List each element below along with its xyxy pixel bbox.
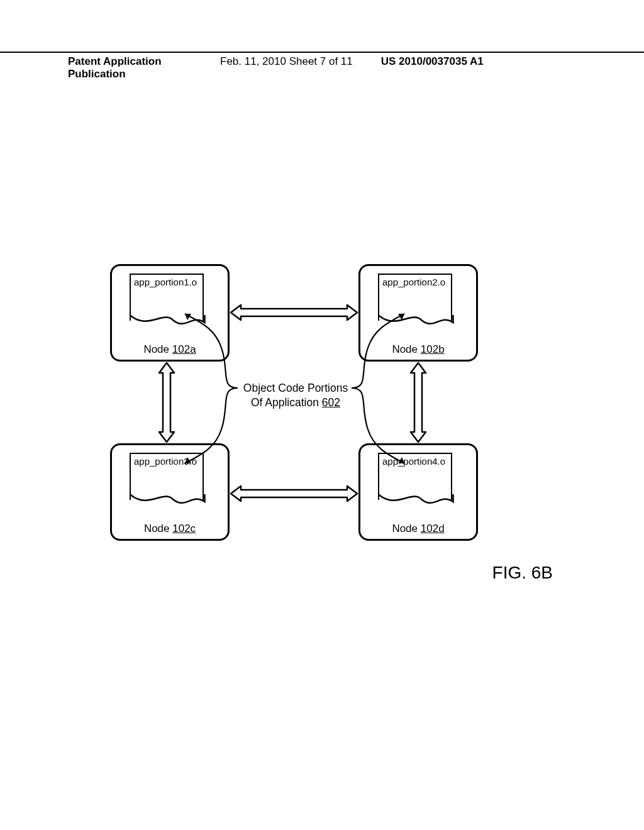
brace-connector-icon: [344, 311, 407, 465]
document-torn-edge-icon: [129, 494, 206, 510]
figure-caption: FIG. 6B: [492, 563, 553, 583]
bidirectional-arrow-icon: [230, 303, 358, 322]
page-header: Patent Application Publication Feb. 11, …: [0, 52, 644, 80]
header-publication-number: US 2010/0037035 A1: [353, 55, 484, 80]
file-name: app_portion1.o: [134, 277, 197, 287]
center-annotation: Object Code Portions Of Application 602: [233, 381, 358, 410]
brace-connector-icon: [182, 311, 245, 465]
file-name: app_portion2.o: [382, 277, 445, 287]
node-label: Node 102d: [360, 523, 476, 535]
node-label: Node 102c: [112, 523, 228, 535]
document-torn-edge-icon: [377, 494, 454, 510]
bidirectional-arrow-icon: [157, 362, 176, 443]
header-date-sheet: Feb. 11, 2010 Sheet 7 of 11: [201, 55, 353, 80]
bidirectional-arrow-icon: [409, 362, 428, 443]
bidirectional-arrow-icon: [230, 484, 358, 503]
figure-diagram: app_portion1.o Node 102a app_portion2.o …: [110, 264, 513, 553]
header-publication-type: Patent Application Publication: [0, 55, 201, 80]
